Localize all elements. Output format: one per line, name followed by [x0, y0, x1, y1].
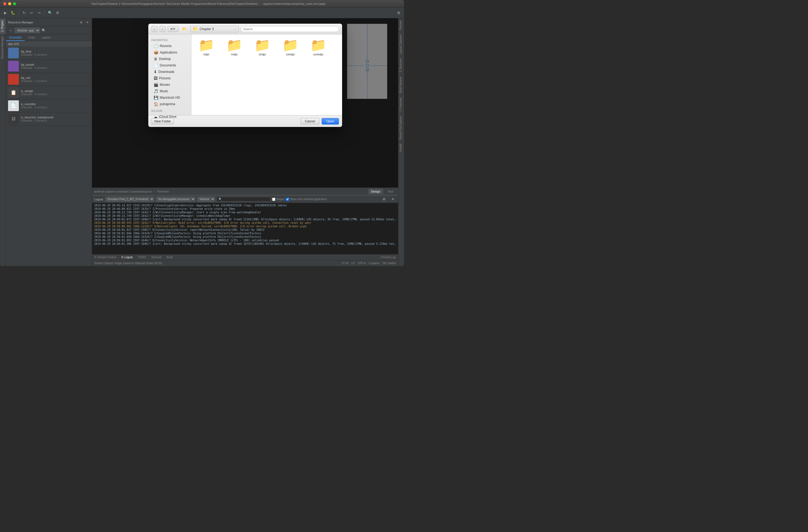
dialog-back-button[interactable]: ‹ — [151, 26, 158, 32]
process-selector[interactable]: No debuggable processes — [156, 196, 196, 202]
sidebar-item-putraprima[interactable]: 🏠 putraprima — [148, 101, 191, 107]
tab-terminal[interactable]: Terminal — [148, 255, 164, 260]
add-resource-button[interactable]: + — [8, 28, 13, 33]
applications-icon: 📦 — [154, 50, 158, 55]
folder-xxhdpi[interactable]: 📁 xxhdpi — [280, 39, 301, 56]
downloads-icon: ⬇ — [154, 70, 157, 74]
sidebar-item-documents[interactable]: 📄 Documents — [148, 62, 191, 69]
tab-text[interactable]: Text — [385, 189, 396, 194]
sidebar-item-recents[interactable]: 🕐 Recents — [148, 43, 191, 49]
redo-button[interactable]: ↪ — [36, 10, 42, 16]
dialog-folder-action[interactable]: 📁 — [181, 26, 188, 32]
log-close-button[interactable]: ✕ — [389, 196, 396, 203]
folder-hdpi[interactable]: 📁 hdpi — [196, 39, 217, 56]
tab-event-log[interactable]: S Event Log — [378, 255, 398, 260]
sidebar-item-applications[interactable]: 📦 Applications — [148, 49, 191, 56]
sync-button[interactable]: ↻ — [21, 10, 27, 16]
folder-xhdpi[interactable]: 📁 xhdpi — [252, 39, 273, 56]
resource-settings-button[interactable]: ⚙ — [79, 20, 84, 25]
resource-info-bg-red: bg_red Drawable 5 versions — [21, 76, 90, 82]
sidebar-item-movies[interactable]: 🎬 Movies — [148, 81, 191, 88]
verbose-selector[interactable]: Verbose — [197, 196, 215, 202]
side-tab-layout-captures[interactable]: Layout Captures — [398, 32, 404, 56]
sidebar-item-downloads[interactable]: ⬇ Downloads — [148, 69, 191, 75]
layout-button[interactable]: ⊞ — [396, 10, 402, 16]
module-selector[interactable]: Module: app — [15, 28, 40, 33]
design-toolbar: android.support.constraint.ConstraintLay… — [92, 188, 398, 195]
resource-name-bg-purple: bg_purple — [21, 63, 90, 66]
dialog-view-toggle[interactable]: ⊞▼ — [168, 26, 179, 32]
resource-panel-title: Resource Manager — [8, 21, 33, 24]
side-tab-preview[interactable]: Preview — [398, 18, 404, 32]
debug-button[interactable]: 🐛 — [10, 10, 16, 16]
close-button[interactable] — [3, 2, 6, 5]
run-button[interactable]: ▶ — [2, 10, 8, 16]
main-content: 1: Project Resource Manager Resource Man… — [0, 18, 404, 266]
sidebar-item-music[interactable]: 🎵 Music — [148, 88, 191, 94]
log-line-3: 2019-06-29 20:48:13.749 1597-1642/? I/Wi… — [92, 211, 398, 214]
resource-item-ic-eventlist[interactable]: 📄 ic_eventlist Drawable 5 versions — [6, 99, 92, 112]
dialog-action-buttons: Cancel Open — [300, 118, 339, 125]
tab-build[interactable]: Build — [164, 255, 175, 260]
resource-search-button[interactable]: 🔍 — [42, 28, 46, 32]
maximize-button[interactable] — [13, 2, 16, 5]
emulator-selector[interactable]: Emulator Pixel_2_API_24 Android — [105, 196, 154, 202]
log-line-1: 2019-06-29 20:45:13.917 2143-14229/? I/E… — [92, 204, 398, 207]
tab-drawable[interactable]: Drawable — [6, 34, 25, 41]
tab-layout[interactable]: Layout — [38, 34, 54, 41]
pictures-icon: 🖼 — [154, 76, 158, 80]
dialog-location-chevron: ⌄ — [234, 27, 236, 31]
settings-button[interactable]: ⚙ — [54, 10, 61, 16]
log-body[interactable]: 2019-06-29 20:45:13.917 2143-14229/? I/E… — [92, 203, 398, 254]
tab-color[interactable]: Color — [25, 34, 38, 41]
side-tab-project[interactable]: 1: Project — [0, 18, 6, 34]
undo-button[interactable]: ↩ — [28, 10, 35, 16]
sidebar-item-macintosh-hd[interactable]: 💾 Macintosh HD — [148, 94, 191, 101]
sidebar-item-pictures[interactable]: 🖼 Pictures — [148, 75, 191, 81]
log-line-8: 2019-06-29 20:50:01.027 1597-1905/? D/Co… — [92, 228, 398, 232]
resource-item-bg-blue[interactable]: bg_blue Drawable 5 versions — [6, 46, 92, 60]
dialog-forward-button[interactable]: › — [160, 26, 166, 32]
side-tab-device-file-explorer[interactable]: Device File Explorer — [398, 114, 404, 142]
resource-panel-toolbar: + Module: app 🔍 — [6, 26, 92, 34]
file-dialog-overlay: ‹ › ⊞▼ 📁 📁 Chapter 3 ⌄ — [92, 18, 398, 188]
side-tab-build-variants[interactable]: Build Variants — [398, 75, 404, 95]
log-search-input[interactable] — [217, 197, 271, 202]
resource-item-bg-purple[interactable]: bg_purple Drawable 5 versions — [6, 60, 92, 73]
new-folder-button[interactable]: New Folder — [151, 118, 174, 125]
favorites-section-label: Favorites — [148, 38, 191, 43]
side-tab-resource-manager[interactable]: Resource Manager — [0, 34, 6, 61]
resource-close-button[interactable]: ✕ — [85, 20, 90, 25]
side-tab-gradle[interactable]: Gradle — [398, 142, 404, 154]
tab-design[interactable]: Design — [368, 189, 383, 194]
search-everywhere-button[interactable]: 🔍 — [47, 10, 53, 16]
folder-xxxhdpi[interactable]: 📁 xxxhdpi — [308, 39, 329, 56]
folder-xxhdpi-icon: 📁 — [282, 39, 298, 52]
minimize-button[interactable] — [8, 2, 11, 5]
log-line-9: 2019-06-29 20:50:01.046 1966-14324/? I/G… — [92, 232, 398, 235]
tab-version-control[interactable]: 9: Version Control — [92, 255, 119, 260]
cancel-button[interactable]: Cancel — [300, 118, 319, 125]
resource-list: bg_blue Drawable 5 versions bg_purple Dr — [6, 46, 92, 266]
folder-mdpi[interactable]: 📁 mdpi — [224, 39, 245, 56]
log-controls: Emulator Pixel_2_API_24 Android No debug… — [105, 196, 379, 202]
sidebar-item-desktop[interactable]: 🖥 Desktop — [148, 56, 191, 62]
tab-todo[interactable]: TODO — [135, 255, 149, 260]
tab-logcat[interactable]: 6: Logcat — [119, 255, 135, 260]
log-settings-button[interactable]: ⚙ — [381, 196, 387, 203]
show-selected-checkbox[interactable] — [286, 198, 289, 201]
open-button[interactable]: Open — [322, 118, 338, 125]
resource-tab-bar: Drawable Color Layout — [6, 34, 92, 41]
resource-item-ic-assign[interactable]: 📋 ic_assign Drawable 5 versions — [6, 86, 92, 99]
breadcrumb-constraint-layout: android.support.constraint.ConstraintLay… — [94, 190, 151, 193]
log-line-2: 2019-06-29 20:46:00.021 1597-1610/? I/Pr… — [92, 207, 398, 211]
side-tab-structure[interactable]: 2: Structure — [398, 56, 404, 75]
dialog-search-input[interactable] — [241, 26, 339, 32]
file-dialog: ‹ › ⊞▼ 📁 📁 Chapter 3 ⌄ — [148, 24, 342, 127]
regex-checkbox[interactable] — [272, 198, 275, 201]
side-tab-favorites[interactable]: 2: Favorites — [398, 95, 404, 114]
resource-item-bg-red[interactable]: bg_red Drawable 5 versions — [6, 73, 92, 86]
music-icon: 🎵 — [154, 89, 158, 93]
resource-item-ic-launcher[interactable]: 🖼 ic_launcher_background Drawable 5 vers… — [6, 112, 92, 126]
side-tabs-left: 1: Project Resource Manager — [0, 18, 6, 266]
